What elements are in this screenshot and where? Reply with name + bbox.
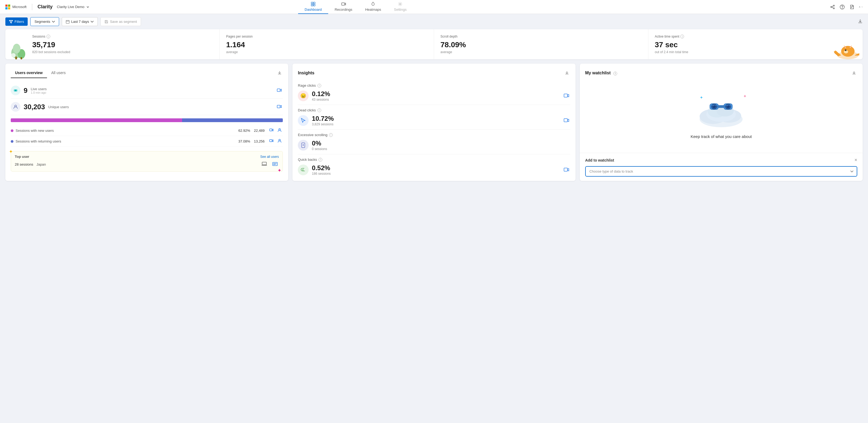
svg-rect-37 [270,129,272,131]
svg-point-26 [846,50,846,51]
see-all-users-link[interactable]: See all users [260,155,279,159]
watchlist-title: My watchlist i [585,68,617,78]
video-icon [277,104,282,109]
share-icon [830,4,835,10]
segments-button[interactable]: Segments [30,17,59,26]
save-segment-button[interactable]: Save as segment [100,17,141,26]
daterange-button[interactable]: Last 7 days [62,17,98,26]
video-icon [269,139,274,143]
active-time-info-icon[interactable]: i [680,35,684,38]
tab-settings[interactable]: Settings [388,0,413,14]
project-name: Clarity Live Demo [57,5,85,9]
rage-clicks-sessions: 43 sessions [312,98,330,101]
tab-dashboard[interactable]: Dashboard [298,0,328,14]
sessions-info-icon[interactable]: i [46,35,50,38]
live-signal-icon [13,88,18,93]
ret-users-user-button[interactable] [276,138,283,145]
quick-backs-info-icon[interactable]: i [318,158,322,162]
project-selector[interactable]: Clarity Live Demo [57,5,90,9]
scroll-icon [300,142,306,148]
users-download-button[interactable] [276,69,283,77]
heatmaps-icon [371,2,375,6]
dead-clicks-video-button[interactable] [563,117,570,125]
nav-tabs: Dashboard Recordings Heatmaps Settings [298,0,413,14]
rage-clicks-info-icon[interactable]: i [317,84,321,88]
legend-ret-icons [268,138,283,145]
star-pink-icon: ✦ [277,167,281,173]
svg-point-7 [831,6,832,7]
ret-users-video-button[interactable] [268,138,275,145]
data-type-dropdown[interactable]: Choose type of data to track [585,166,857,176]
rage-clicks-title: Rage clicks i [298,84,570,88]
rage-clicks-video-button[interactable] [563,92,570,100]
daterange-chevron-icon [91,21,94,23]
person-icon [277,139,282,143]
dead-clicks-info-icon[interactable]: i [317,108,321,112]
active-time-label: Active time spent i [655,35,856,38]
filters-button[interactable]: Filters [5,18,28,26]
save-icon [104,20,108,24]
ms-logo: Microsoft Clarity [5,4,53,10]
svg-rect-18 [21,57,22,59]
svg-point-43 [274,163,275,165]
daterange-label: Last 7 days [71,20,89,24]
insights-body: Rage clicks i 😠 0.12% 43 sessions [292,78,575,181]
excessive-scrolling-title: Excessive scrolling i [298,133,570,137]
watchlist-body: ✦ ✦ [580,78,863,153]
excessive-scrolling-value: 0% [312,139,327,147]
watchlist-info-icon[interactable]: i [613,72,617,75]
top-user-row: 28 sessions Japan [15,161,279,168]
tab-recordings[interactable]: Recordings [328,0,359,14]
add-watchlist-close-button[interactable]: × [854,157,857,163]
video-icon [269,128,274,132]
person-icon [13,104,18,109]
progress-bar [11,118,283,122]
tab-heatmaps[interactable]: Heatmaps [359,0,388,14]
svg-rect-1 [313,2,315,4]
stat-scroll-depth: Scroll depth 78.09% average [434,29,648,59]
legend-new-icons [268,127,283,134]
help-button[interactable] [840,4,845,10]
svg-point-5 [400,3,401,5]
excessive-scrolling-info-icon[interactable]: i [329,133,333,137]
nav-right [830,4,863,10]
calendar-icon [66,20,69,24]
tab-users-overview[interactable]: Users overview [11,68,47,78]
watchlist-download-button[interactable] [851,69,857,77]
quick-backs-sessions: 186 sessions [312,172,331,175]
filter-icon [9,20,13,24]
quick-backs-section: Quick backs i 0.52% 186 sessions [298,154,570,179]
new-users-video-button[interactable] [268,127,275,134]
pages-per-session-sub: average [226,50,427,54]
top-user-device-button[interactable] [260,161,268,168]
active-time-value: 37 sec [655,40,856,49]
docs-button[interactable] [849,4,855,10]
unique-users-video-button[interactable] [276,103,283,111]
legend-dot-new [11,129,13,132]
dashboard-icon [311,2,316,6]
dead-clicks-value: 10.72% [312,115,334,122]
dead-clicks-row: 10.72% 3,829 sessions [298,115,570,126]
legend-new-users: Sessions with new users 62.92% 22,489 [11,125,283,136]
dropdown-wrapper: Choose type of data to track [585,166,857,176]
download-button[interactable] [858,19,863,25]
quick-backs-row: 0.52% 186 sessions [298,164,570,175]
share-button[interactable] [830,4,835,10]
live-users-count: 9 [24,87,27,95]
insights-download-button[interactable] [564,69,570,77]
top-nav: Microsoft Clarity Clarity Live Demo Dash… [0,0,868,14]
add-watchlist-panel: Add to watchlist × Choose type of data t… [580,153,863,181]
sessions-sub: 820 bot sessions excluded [32,50,213,54]
video-icon [564,118,569,123]
quick-backs-video-button[interactable] [563,166,570,174]
help-icon [840,4,845,10]
tab-all-users[interactable]: All users [47,68,70,78]
users-overview-header: Users overview All users [5,64,288,78]
unique-users-actions [276,103,283,111]
svg-point-19 [13,44,21,54]
top-user-id-button[interactable] [271,161,279,168]
id-icon [272,162,278,166]
new-users-user-button[interactable] [276,127,283,134]
live-users-video-button[interactable] [276,87,283,95]
account-button[interactable] [859,6,863,8]
